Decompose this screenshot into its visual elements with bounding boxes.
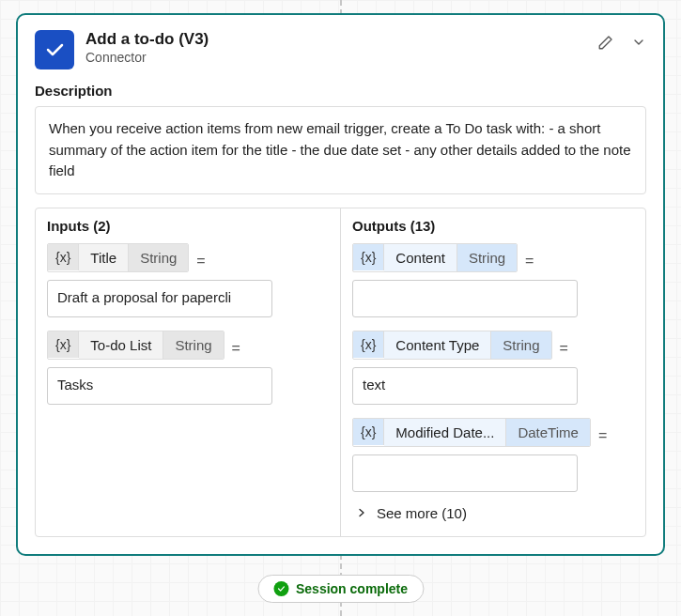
- outputs-column: Outputs (13) {x} Content String = {x} Co…: [341, 208, 645, 536]
- card-title: Add a to-do (V3): [85, 30, 586, 49]
- io-container: Inputs (2) {x} Title String = Draft a pr…: [35, 208, 646, 537]
- input-value-todolist[interactable]: Tasks: [47, 367, 272, 405]
- action-card: Add a to-do (V3) Connector Description W…: [16, 13, 665, 556]
- equals-sign: =: [224, 340, 248, 357]
- output-param-content[interactable]: {x} Content String: [352, 243, 518, 272]
- param-type: String: [457, 244, 517, 271]
- output-value-contenttype[interactable]: text: [352, 367, 578, 405]
- see-more-button[interactable]: See more (10): [352, 505, 634, 521]
- session-status-badge: Session complete: [257, 575, 424, 603]
- param-type: DateTime: [505, 419, 589, 446]
- input-param-title[interactable]: {x} Title String: [47, 243, 189, 272]
- card-subtitle: Connector: [85, 50, 586, 65]
- chevron-down-icon: [631, 35, 646, 50]
- input-param-todolist[interactable]: {x} To-do List String: [47, 331, 224, 360]
- param-name: Modified Date...: [384, 419, 505, 446]
- chevron-right-icon: [356, 507, 367, 518]
- variable-icon: {x}: [353, 419, 384, 445]
- param-name: Content: [384, 244, 457, 271]
- output-param-modifieddate[interactable]: {x} Modified Date... DateTime: [352, 418, 591, 447]
- inputs-column: Inputs (2) {x} Title String = Draft a pr…: [36, 208, 341, 536]
- output-param-contenttype[interactable]: {x} Content Type String: [352, 331, 552, 360]
- param-name: Title: [79, 244, 128, 271]
- inputs-heading: Inputs (2): [47, 218, 329, 234]
- checkmark-icon: [43, 38, 66, 61]
- variable-icon: {x}: [353, 331, 384, 358]
- pencil-icon: [597, 34, 614, 51]
- equals-sign: =: [518, 253, 541, 270]
- input-value-title[interactable]: Draft a proposal for papercli: [47, 280, 272, 317]
- equals-sign: =: [189, 253, 212, 270]
- output-value-modifieddate[interactable]: [352, 454, 578, 492]
- description-text: When you receive action items from new e…: [35, 106, 646, 194]
- card-header: Add a to-do (V3) Connector: [35, 30, 646, 69]
- equals-sign: =: [591, 427, 614, 444]
- variable-icon: {x}: [353, 244, 384, 270]
- param-type: String: [490, 331, 550, 359]
- variable-icon: {x}: [48, 331, 79, 358]
- connector-icon: [35, 30, 74, 69]
- output-value-content[interactable]: [352, 280, 578, 317]
- param-type: String: [128, 244, 188, 271]
- check-circle-icon: [273, 581, 288, 596]
- variable-icon: {x}: [48, 244, 79, 270]
- outputs-heading: Outputs (13): [352, 218, 634, 234]
- edit-button[interactable]: [597, 34, 614, 54]
- see-more-label: See more (10): [377, 505, 467, 521]
- param-name: Content Type: [384, 331, 490, 359]
- param-type: String: [163, 331, 223, 359]
- param-name: To-do List: [79, 331, 163, 359]
- equals-sign: =: [552, 340, 576, 357]
- description-label: Description: [35, 83, 646, 99]
- expand-button[interactable]: [631, 35, 646, 54]
- session-status-label: Session complete: [296, 581, 408, 596]
